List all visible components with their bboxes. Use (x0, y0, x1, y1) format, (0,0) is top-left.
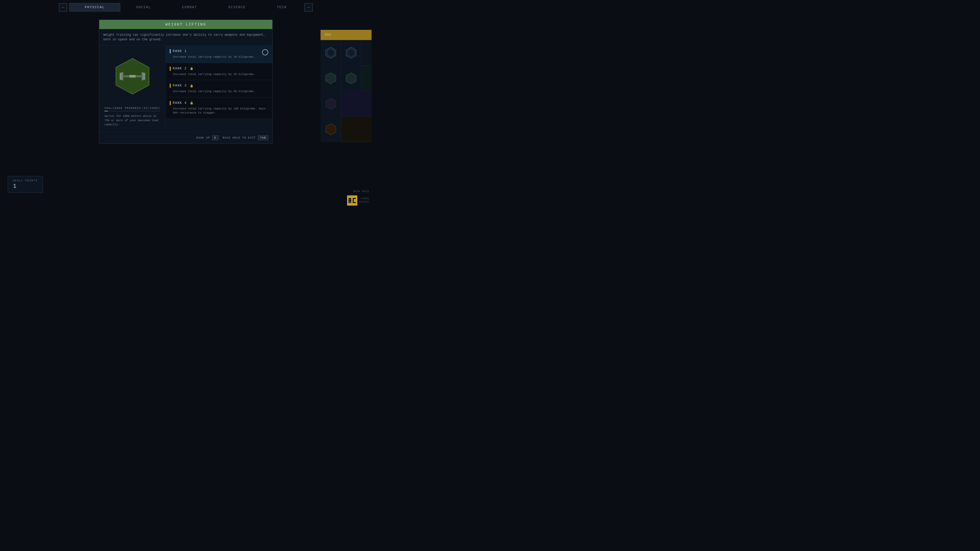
skill-points-panel: SKILL POINTS 1 (8, 176, 43, 193)
right-panel: SOC (321, 30, 372, 203)
challenge-section: CHALLENGE PROGRESS (63/1000) Sprint for … (104, 107, 160, 127)
tab-combat[interactable]: COMBAT (166, 3, 213, 11)
ranks-area: RANK 1 Increase total carrying capacity … (165, 46, 272, 132)
nav-bar: ← PHYSICAL SOCIAL COMBAT SCIENCE TECH → (0, 0, 372, 14)
main-content: WEIGHT LIFTING Weight training can signi… (0, 14, 372, 149)
rank-3-lock-icon: 🔒 (190, 84, 193, 87)
right-slot-4a (321, 117, 341, 142)
bottom-bar: RANK UP E BACK HOLD TO EXIT TAB (99, 132, 272, 143)
challenge-progress-bar (104, 111, 160, 111)
svg-rect-5 (142, 72, 143, 80)
hold-exit-label: HOLD TO EXIT (232, 136, 256, 139)
right-row-1 (321, 40, 372, 65)
skill-points-value: 1 (13, 183, 38, 189)
rank-4-header: RANK 4 🔒 (170, 101, 268, 105)
challenge-description: Sprint for 1000 meters while at 75% or m… (104, 114, 160, 127)
skill-points-label: SKILL POINTS (13, 179, 38, 182)
rank-2-label: RANK 2 (173, 67, 187, 70)
rank-2-indicator (170, 67, 171, 71)
tab-tech[interactable]: TECH (261, 3, 302, 11)
rank-2-header: RANK 2 🔒 (170, 67, 268, 71)
skill-description: Weight training can significantly increa… (99, 29, 272, 46)
svg-rect-3 (122, 72, 123, 80)
right-slot-3a (321, 91, 341, 117)
skills-panel: WEIGHT LIFTING Weight training can signi… (99, 20, 272, 144)
svg-marker-14 (326, 124, 336, 135)
right-row-4 (321, 117, 372, 142)
svg-rect-18 (348, 198, 351, 199)
rank-4-indicator (170, 101, 171, 105)
rank-up-action[interactable]: RANK UP E (197, 135, 219, 140)
right-row-3 (321, 91, 372, 117)
nav-next-button[interactable]: → (304, 3, 313, 11)
back-hold-area: BACK HOLD (353, 190, 369, 193)
back-action: BACK HOLD TO EXIT TAB (223, 135, 268, 140)
tab-social[interactable]: SOCIAL (120, 3, 166, 11)
hold-label: HOLD (362, 190, 369, 193)
rank-2-desc: Increase total carrying capacity by 25 k… (170, 72, 268, 76)
rank-1-circle (262, 49, 268, 56)
right-slot-2b (341, 65, 361, 91)
challenge-value: (63/1000) (142, 107, 160, 110)
skill-icon (112, 56, 153, 97)
rank-4-desc: Increase total carrying capacity by 100 … (170, 106, 268, 115)
right-slot-1b (341, 40, 361, 65)
right-slot-2a (321, 65, 341, 91)
right-panel-header: SOC (321, 30, 372, 40)
tab-science[interactable]: SCIENCE (213, 3, 261, 11)
rank-3-header: RANK 3 🔒 (170, 84, 268, 88)
rank-item-4: RANK 4 🔒 Increase total carrying capacit… (165, 97, 272, 119)
svg-marker-13 (326, 98, 336, 110)
rank-1-desc: Increase total carrying capacity by 10 k… (170, 55, 268, 59)
rank-3-label: RANK 3 (173, 84, 187, 87)
watermark-text: GAMER GUIDES (360, 197, 369, 203)
rank-1-header: RANK 1 (170, 49, 268, 53)
right-row-2 (321, 65, 372, 91)
panel-body: CHALLENGE PROGRESS (63/1000) Sprint for … (99, 46, 272, 132)
rank-1-label: RANK 1 (173, 49, 187, 53)
rank-up-label: RANK UP (197, 136, 210, 139)
rank-3-desc: Increase total carrying capacity by 50 k… (170, 89, 268, 94)
challenge-progress-fill (104, 111, 108, 111)
rank-4-label: RANK 4 (173, 101, 187, 105)
nav-prev-button[interactable]: ← (59, 3, 67, 11)
challenge-header: CHALLENGE PROGRESS (63/1000) (104, 107, 160, 110)
skill-icon-area: CHALLENGE PROGRESS (63/1000) Sprint for … (99, 46, 165, 132)
tab-physical[interactable]: PHYSICAL (69, 3, 120, 11)
rank-item-1: RANK 1 Increase total carrying capacity … (165, 46, 272, 63)
gamer-guides-logo (347, 195, 357, 206)
svg-rect-19 (348, 200, 351, 201)
rank-4-lock-icon: 🔒 (190, 101, 193, 105)
challenge-label: CHALLENGE PROGRESS (104, 107, 141, 110)
svg-rect-6 (129, 75, 135, 78)
rank-item-2: RANK 2 🔒 Increase total carrying capacit… (165, 63, 272, 80)
rank-up-key: E (212, 135, 219, 140)
svg-marker-11 (326, 73, 336, 84)
rank-item-3: RANK 3 🔒 Increase total carrying capacit… (165, 80, 272, 97)
back-key: TAB (258, 135, 268, 140)
watermark: GAMER GUIDES (347, 195, 369, 206)
panel-title: WEIGHT LIFTING (99, 20, 272, 29)
rank-1-indicator (170, 49, 171, 53)
back-label: BACK (223, 136, 231, 139)
rank-2-lock-icon: 🔒 (190, 67, 193, 70)
right-slot-1a (321, 40, 341, 65)
back-hold-label: BACK (353, 190, 360, 193)
svg-rect-22 (353, 202, 356, 203)
svg-marker-12 (346, 73, 356, 84)
nav-tabs: PHYSICAL SOCIAL COMBAT SCIENCE TECH (69, 3, 302, 11)
rank-3-indicator (170, 84, 171, 88)
